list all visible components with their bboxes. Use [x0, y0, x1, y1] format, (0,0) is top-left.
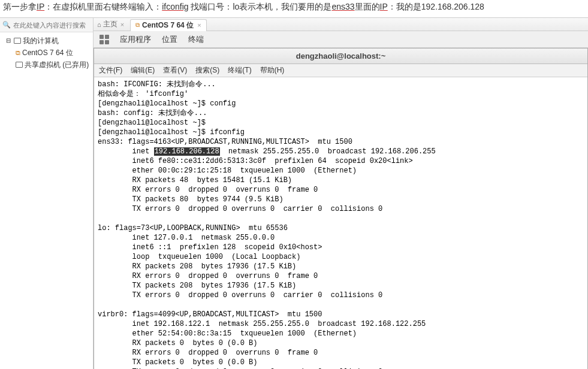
- menu-file[interactable]: 文件(F): [99, 65, 122, 75]
- sidebar-search-input[interactable]: [13, 22, 96, 29]
- terminal-menubar: 文件(F) 编辑(E) 查看(V) 搜索(S) 终端(T) 帮助(H): [94, 64, 587, 77]
- shared-icon: [16, 62, 23, 68]
- instruction-line: 第一步拿IP：在虚拟机里面右键终端输入：ifconfig 找端口号：lo表示本机…: [0, 0, 588, 17]
- search-icon: 🔍: [2, 21, 11, 29]
- terminal-output[interactable]: bash: IFCONFIG: 未找到命令... 相似命令是： 'ifconfi…: [94, 77, 587, 369]
- tree-vm-centos[interactable]: ⧉ CentOS 7 64 位: [1, 47, 92, 59]
- tab-centos[interactable]: ⧉ CentOS 7 64 位 ×: [130, 19, 206, 31]
- tab-active-close[interactable]: ×: [197, 22, 201, 29]
- tab-home-label: 主页: [103, 19, 117, 29]
- sidebar-search[interactable]: 🔍 ▼: [0, 18, 93, 32]
- vm-icon: ⧉: [135, 22, 140, 29]
- tab-home-close[interactable]: ×: [120, 21, 124, 28]
- vm-library-sidebar: 🔍 ▼ ⊟ 我的计算机 ⧉ CentOS 7 64 位 共享虚拟机 (已弃用): [0, 18, 94, 369]
- expand-icon[interactable]: ⊟: [5, 37, 12, 44]
- terminal-titlebar[interactable]: dengzhaoli@localhost:~: [94, 49, 587, 64]
- activities-icon[interactable]: [99, 35, 109, 44]
- tree-my-computer[interactable]: ⊟ 我的计算机: [1, 35, 92, 47]
- tree-vm2-label: 共享虚拟机 (已弃用): [25, 59, 89, 70]
- menu-terminal[interactable]: 终端(T): [228, 65, 251, 75]
- home-icon: ⌂: [97, 21, 101, 28]
- gnome-places[interactable]: 位置: [162, 34, 177, 45]
- tree-vm1-label: CentOS 7 64 位: [22, 47, 73, 58]
- computer-icon: [14, 38, 21, 44]
- tree-root-label: 我的计算机: [23, 35, 59, 46]
- menu-view[interactable]: 查看(V): [163, 65, 187, 75]
- menu-help[interactable]: 帮助(H): [260, 65, 285, 75]
- menu-edit[interactable]: 编辑(E): [131, 65, 155, 75]
- gnome-apps[interactable]: 应用程序: [120, 34, 151, 45]
- selected-ip: 192.168.206.128: [154, 147, 220, 156]
- terminal-window: dengzhaoli@localhost:~ 文件(F) 编辑(E) 查看(V)…: [94, 48, 588, 369]
- terminal-title: dengzhaoli@localhost:~: [296, 52, 386, 61]
- menu-search[interactable]: 搜索(S): [195, 65, 219, 75]
- tab-home[interactable]: ⌂ 主页 ×: [97, 19, 124, 29]
- gnome-terminal-menu[interactable]: 终端: [188, 34, 204, 45]
- vm-icon: ⧉: [16, 47, 20, 58]
- vm-tab-bar: ⌂ 主页 × ⧉ CentOS 7 64 位 ×: [94, 18, 588, 31]
- gnome-top-bar: 应用程序 位置 终端: [94, 31, 588, 48]
- tree-shared-vms[interactable]: 共享虚拟机 (已弃用): [1, 59, 92, 71]
- tab-active-label: CentOS 7 64 位: [142, 20, 194, 31]
